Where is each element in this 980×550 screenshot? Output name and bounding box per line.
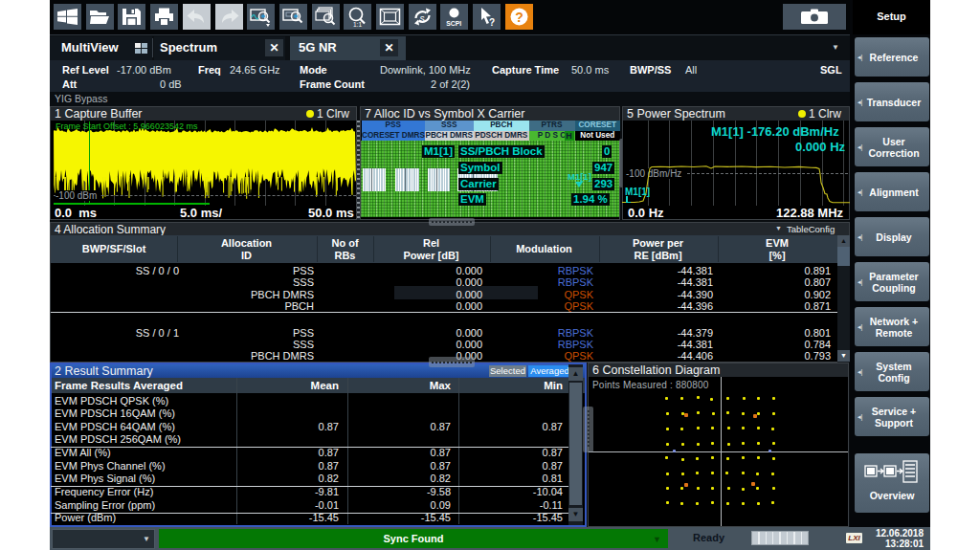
- svg-text:?: ?: [515, 10, 523, 25]
- svg-text:1:1: 1:1: [353, 21, 362, 28]
- svg-text:SCPI: SCPI: [447, 20, 462, 27]
- svg-text:?: ?: [489, 17, 495, 28]
- svg-text:s: s: [419, 13, 424, 24]
